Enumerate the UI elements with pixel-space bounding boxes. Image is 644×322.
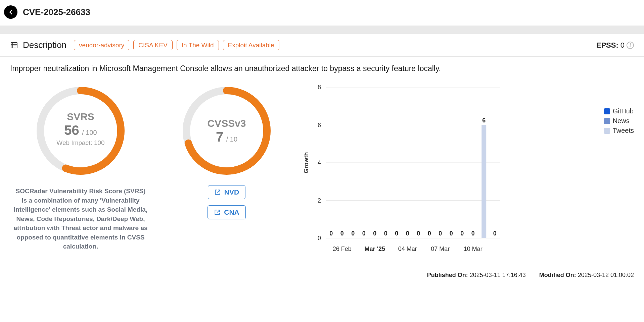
svg-text:56
        / 100: 56 / 100 xyxy=(64,123,97,138)
external-link-icon xyxy=(214,209,221,216)
tag[interactable]: In The Wild xyxy=(177,40,219,50)
svg-text:0: 0 xyxy=(439,230,442,237)
svg-text:7
        / 10: 7 / 10 xyxy=(216,129,237,144)
main-content: SVRS 56 / 100 Web Impact: 100 SOCRadar V… xyxy=(0,73,644,279)
arrow-left-icon xyxy=(7,8,14,16)
svg-text:2: 2 xyxy=(318,197,321,204)
svg-text:0: 0 xyxy=(362,230,366,237)
svg-text:0: 0 xyxy=(351,230,355,237)
list-icon xyxy=(10,41,18,49)
svg-text:0: 0 xyxy=(373,230,376,237)
svrs-gauge: SVRS 56 / 100 Web Impact: 100 xyxy=(34,84,128,178)
info-icon[interactable]: i xyxy=(627,42,634,49)
modified-value: 2025-03-12 01:00:02 xyxy=(578,272,634,278)
svrs-description: SOCRadar Vulnerability Risk Score (SVRS)… xyxy=(13,186,148,251)
legend-label: GitHub xyxy=(613,107,634,115)
svg-text:6: 6 xyxy=(482,117,486,124)
svg-rect-0 xyxy=(11,43,17,48)
published-value: 2025-03-11 17:16:43 xyxy=(470,272,526,278)
svg-text:0: 0 xyxy=(395,230,398,237)
svg-text:0: 0 xyxy=(450,230,453,237)
chart-legend: GitHubNewsTweets xyxy=(604,107,634,260)
chart-footer: Published On: 2025-03-11 17:16:43 Modifi… xyxy=(302,272,634,279)
svg-text:0: 0 xyxy=(428,230,431,237)
svg-text:0: 0 xyxy=(493,230,497,237)
epss-value: 0 xyxy=(620,41,625,50)
description-text: Improper neutralization in Microsoft Man… xyxy=(0,57,644,73)
nvd-link[interactable]: NVD xyxy=(208,185,245,199)
legend-swatch xyxy=(604,108,610,114)
svg-text:0: 0 xyxy=(417,230,420,237)
tag[interactable]: vendor-advisory xyxy=(74,40,129,50)
legend-swatch xyxy=(604,128,610,134)
svg-text:26 Feb: 26 Feb xyxy=(333,246,352,252)
svg-text:CVSSv3: CVSSv3 xyxy=(207,118,246,129)
tag[interactable]: Exploit Available xyxy=(223,40,279,50)
legend-label: Tweets xyxy=(613,127,634,135)
published-label: Published On: xyxy=(427,272,468,278)
svg-text:07 Mar: 07 Mar xyxy=(431,246,450,252)
legend-label: News xyxy=(613,117,630,125)
svg-text:0: 0 xyxy=(406,230,409,237)
page-title: CVE-2025-26633 xyxy=(23,7,90,17)
svg-text:0: 0 xyxy=(318,235,321,241)
divider-strip xyxy=(0,26,644,34)
tag[interactable]: CISA KEV xyxy=(133,40,173,50)
svg-text:0: 0 xyxy=(329,230,333,237)
epss-label: EPSS: xyxy=(596,41,618,50)
legend-item[interactable]: News xyxy=(604,117,634,125)
legend-item[interactable]: Tweets xyxy=(604,127,634,135)
svrs-panel: SVRS 56 / 100 Web Impact: 100 SOCRadar V… xyxy=(10,84,151,251)
cna-link-label: CNA xyxy=(224,208,239,216)
svg-text:6: 6 xyxy=(318,122,321,128)
growth-chart-panel: 02468Growth000000000000006026 FebMar '25… xyxy=(302,84,634,279)
svg-text:Web Impact: 100: Web Impact: 100 xyxy=(56,139,104,146)
description-heading: Description xyxy=(23,40,66,50)
epss-score: EPSS: 0 i xyxy=(596,41,634,50)
svg-text:0: 0 xyxy=(384,230,387,237)
cna-link[interactable]: CNA xyxy=(208,205,246,219)
svg-text:4: 4 xyxy=(318,159,321,166)
cvss-gauge: CVSSv3 7 / 10 xyxy=(180,84,274,178)
svg-text:0: 0 xyxy=(471,230,475,237)
svg-text:0: 0 xyxy=(340,230,344,237)
svg-text:04 Mar: 04 Mar xyxy=(398,246,417,252)
svg-text:8: 8 xyxy=(318,84,321,91)
description-bar: Description vendor-advisoryCISA KEVIn Th… xyxy=(0,34,644,57)
legend-swatch xyxy=(604,118,610,124)
legend-item[interactable]: GitHub xyxy=(604,107,634,115)
svg-text:SVRS: SVRS xyxy=(67,111,94,122)
svg-text:Mar '25: Mar '25 xyxy=(365,246,385,252)
modified-label: Modified On: xyxy=(539,272,576,278)
top-bar: CVE-2025-26633 xyxy=(0,0,644,26)
svg-text:10 Mar: 10 Mar xyxy=(464,246,482,252)
svg-text:0: 0 xyxy=(460,230,464,237)
external-link-icon xyxy=(214,189,221,196)
nvd-link-label: NVD xyxy=(224,188,239,196)
growth-chart: 02468Growth000000000000006026 FebMar '25… xyxy=(302,84,504,258)
cvss-panel: CVSSv3 7 / 10 NVD CNA xyxy=(165,84,289,219)
svg-rect-38 xyxy=(481,125,486,238)
svg-text:Growth: Growth xyxy=(303,152,310,173)
back-button[interactable] xyxy=(4,5,17,19)
